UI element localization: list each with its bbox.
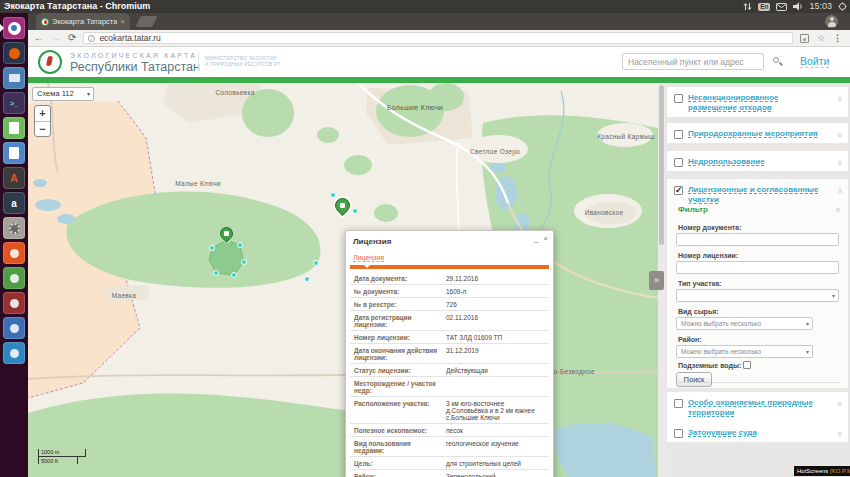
- launcher-app-blue-2-icon[interactable]: [3, 342, 25, 364]
- chevron-double-up-icon[interactable]: »: [834, 188, 844, 193]
- launcher-amazon-icon[interactable]: a: [3, 192, 25, 214]
- filter-title[interactable]: Фильтр: [678, 205, 708, 214]
- filter-search-button[interactable]: Поиск: [676, 372, 712, 387]
- url-text: ecokarta.tatar.ru: [99, 33, 160, 43]
- browser-menu-icon[interactable]: ⋮: [833, 33, 842, 43]
- panel-collapse-button[interactable]: »: [649, 271, 664, 290]
- filter-collapse-icon[interactable]: »: [832, 207, 842, 212]
- layer-link[interactable]: Несанкционированное размещение отходов: [688, 93, 826, 113]
- map-label: Ивановское: [585, 209, 624, 216]
- browser-toolbar: ← → ⟳ i ecokarta.tatar.ru а ☆ ⋮: [28, 30, 850, 47]
- bookmark-star-icon[interactable]: ☆: [817, 33, 825, 43]
- popup-accent-bar: [350, 265, 549, 269]
- chevron-double-down-icon[interactable]: »: [834, 96, 844, 101]
- scrollbar-thumb[interactable]: [659, 85, 664, 245]
- map-label: Малые Ключи: [175, 180, 221, 187]
- map-scheme-select[interactable]: Схема 112 ▾: [32, 87, 94, 101]
- section-illegal-waste: Несанкционированное размещение отходов »: [667, 87, 848, 117]
- site-title-line2: Республики Татарстан: [70, 60, 200, 74]
- layer-link[interactable]: Природоохранные мероприятия: [688, 129, 826, 139]
- table-row: Район:Зеленодольский: [350, 470, 549, 477]
- page-info-icon[interactable]: i: [88, 35, 95, 42]
- doc-number-input[interactable]: [676, 233, 839, 246]
- forward-button[interactable]: →: [51, 30, 61, 46]
- tab-close-icon[interactable]: ×: [120, 17, 125, 26]
- map-label: Светлое Озеро: [470, 148, 520, 155]
- launcher-app-orange-icon[interactable]: [3, 242, 25, 264]
- layer-link[interactable]: Затонувшие суда: [688, 428, 826, 438]
- launcher-app-letter-a-icon[interactable]: A: [3, 167, 25, 189]
- chevron-double-down-icon[interactable]: »: [834, 431, 844, 436]
- launcher-firefox-icon[interactable]: [3, 42, 25, 64]
- map-scale-control: 1000 m 5000 ft: [38, 449, 86, 464]
- address-search-input[interactable]: [622, 53, 764, 70]
- screenshot-watermark: HotScreens [KO.P.M]: [794, 466, 850, 476]
- zoom-out-button[interactable]: −: [35, 121, 50, 136]
- license-number-input[interactable]: [676, 261, 839, 274]
- material-multiselect[interactable]: Можно выбрать несколько▾: [676, 317, 813, 330]
- underground-water-checkbox[interactable]: [743, 361, 751, 369]
- chevron-down-icon: ▾: [806, 318, 809, 330]
- launcher-system-settings-icon[interactable]: [3, 217, 25, 239]
- tab-title: Экокарта Татарста: [52, 17, 117, 26]
- layer-link[interactable]: Особо охраняемые природные территории: [688, 398, 836, 418]
- launcher-terminal-icon[interactable]: >_: [3, 92, 25, 114]
- launcher-app-blue-icon[interactable]: [3, 317, 25, 339]
- table-row: Номер лицензии:ТАТ ЗЛД 01609 ТП: [350, 331, 549, 344]
- map-area[interactable]: Соловьевка Большие Ключи Красный Кармыш …: [28, 83, 658, 477]
- zoom-in-button[interactable]: +: [35, 106, 50, 121]
- new-tab-button[interactable]: [135, 16, 157, 27]
- underground-water-label: Подземные воды:: [678, 362, 741, 369]
- section-subsoil-use: Недропользование »: [667, 151, 848, 171]
- layer-checkbox[interactable]: [674, 186, 683, 195]
- back-button[interactable]: ←: [34, 30, 44, 46]
- layer-link[interactable]: Лицензионные и согласованные участки: [688, 185, 826, 205]
- district-label: Район:: [678, 336, 702, 343]
- session-gear-icon[interactable]: [838, 2, 847, 11]
- address-bar[interactable]: i ecokarta.tatar.ru: [83, 32, 793, 44]
- material-label: Вид сырья:: [678, 308, 719, 315]
- chevron-down-icon: ▾: [832, 290, 835, 302]
- clock[interactable]: 15:03: [809, 0, 832, 13]
- keyboard-layout-indicator[interactable]: En: [758, 3, 770, 11]
- layer-checkbox[interactable]: [674, 429, 683, 438]
- table-row: Расположение участка:3 км юго-восточнее …: [350, 397, 549, 424]
- table-row: Статус лицензии:Действующая: [350, 364, 549, 377]
- search-icon[interactable]: [773, 57, 779, 63]
- chevron-double-down-icon[interactable]: »: [834, 132, 844, 137]
- launcher-chromium-icon[interactable]: [3, 17, 25, 39]
- popup-close-icon[interactable]: ×: [543, 234, 548, 243]
- doc-number-label: Номер документа:: [678, 224, 742, 231]
- launcher-libreoffice-writer-icon[interactable]: [3, 142, 25, 164]
- mail-icon[interactable]: [776, 3, 787, 11]
- map-canvas[interactable]: [28, 83, 658, 477]
- map-label: Соловьевка: [215, 89, 254, 96]
- launcher-app-red-icon[interactable]: [3, 292, 25, 314]
- network-updown-icon[interactable]: [743, 2, 752, 11]
- layer-link[interactable]: Недропользование: [688, 157, 826, 167]
- volume-icon[interactable]: [793, 2, 803, 11]
- layer-checkbox[interactable]: [674, 130, 683, 139]
- site-favicon: [41, 18, 49, 26]
- launcher-app-green-icon[interactable]: [3, 267, 25, 289]
- translate-icon[interactable]: а: [800, 34, 809, 43]
- browser-profile-icon[interactable]: [825, 15, 838, 28]
- popup-title: Лицензия: [350, 235, 549, 246]
- area-type-select[interactable]: ▾: [676, 289, 839, 302]
- reload-button[interactable]: ⟳: [68, 30, 76, 46]
- layer-checkbox[interactable]: [674, 399, 683, 408]
- launcher-libreoffice-calc-icon[interactable]: [3, 117, 25, 139]
- layer-checkbox[interactable]: [674, 158, 683, 167]
- section-license-areas: Лицензионные и согласованные участки » Ф…: [667, 179, 848, 388]
- popup-minimize-icon[interactable]: _: [534, 234, 538, 243]
- launcher-files-icon[interactable]: [3, 67, 25, 89]
- district-multiselect[interactable]: Можно выбрать несколько▾: [676, 345, 813, 358]
- browser-tab[interactable]: Экокарта Татарста ×: [36, 13, 130, 30]
- popup-tab-license[interactable]: Лицензия: [353, 254, 384, 262]
- license-details-table: Дата документа:29.11.2016 № документа:16…: [350, 272, 549, 477]
- chevron-double-down-icon[interactable]: »: [834, 401, 844, 406]
- table-row: Дата окончания действия лицензии:31.12.2…: [350, 344, 549, 364]
- login-link[interactable]: Войти: [800, 55, 829, 68]
- layer-checkbox[interactable]: [674, 94, 683, 103]
- chevron-double-down-icon[interactable]: »: [834, 160, 844, 165]
